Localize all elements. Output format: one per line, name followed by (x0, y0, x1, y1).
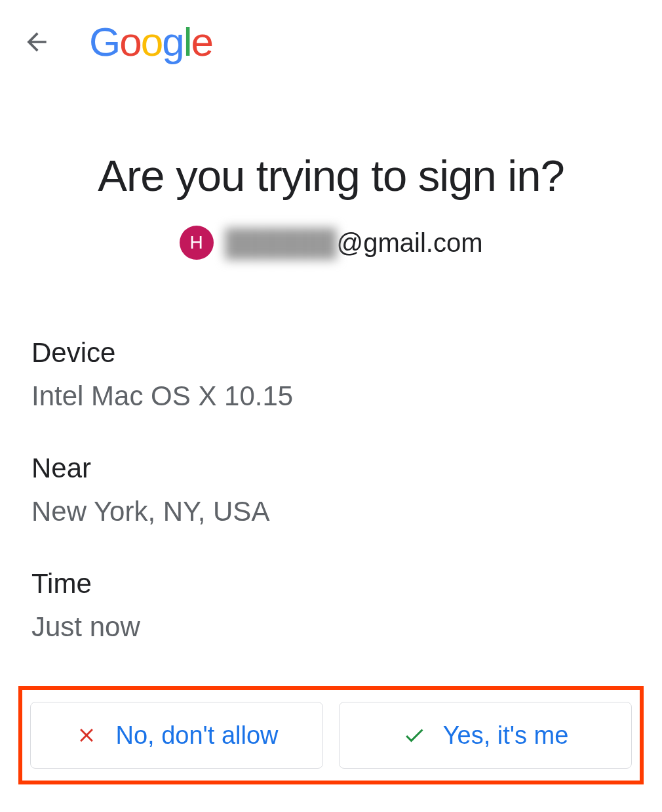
device-value: Intel Mac OS X 10.15 (31, 380, 631, 412)
near-label: Near (31, 453, 631, 484)
time-label: Time (31, 568, 631, 599)
time-value: Just now (31, 611, 631, 643)
email-prefix-redacted: ██████ (225, 228, 337, 258)
page-title: Are you trying to sign in? (31, 150, 631, 201)
google-logo: Google (89, 18, 212, 65)
detail-device: Device Intel Mac OS X 10.15 (31, 337, 631, 412)
near-value: New York, NY, USA (31, 496, 631, 527)
back-button[interactable] (21, 26, 52, 58)
detail-time: Time Just now (31, 568, 631, 643)
action-buttons-highlighted: No, don't allow Yes, it's me (18, 686, 644, 784)
allow-button[interactable]: Yes, it's me (339, 702, 632, 769)
deny-button-label: No, don't allow (115, 721, 278, 750)
avatar: H (180, 226, 214, 260)
detail-near: Near New York, NY, USA (31, 453, 631, 527)
email-suffix: @gmail.com (337, 228, 483, 258)
deny-button[interactable]: No, don't allow (30, 702, 323, 769)
x-icon (75, 723, 98, 747)
allow-button-label: Yes, it's me (443, 721, 569, 750)
account-row: H ██████ @gmail.com (31, 226, 631, 260)
account-email: ██████ @gmail.com (225, 228, 483, 258)
check-icon (402, 723, 426, 747)
arrow-left-icon (22, 28, 51, 56)
device-label: Device (31, 337, 631, 369)
